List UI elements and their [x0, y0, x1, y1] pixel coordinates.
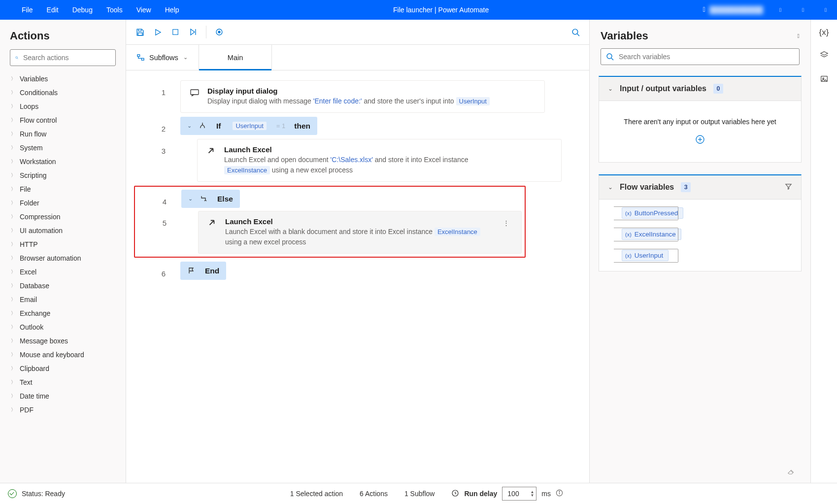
- variable-chip[interactable]: (x)UserInput: [622, 250, 669, 261]
- svg-point-20: [822, 78, 824, 79]
- action-category[interactable]: 〉Outlook: [7, 320, 124, 334]
- step-button[interactable]: [185, 24, 201, 40]
- action-category[interactable]: 〉Scripting: [7, 168, 124, 182]
- action-category[interactable]: 〉Variables: [7, 72, 124, 86]
- category-label: Database: [20, 282, 49, 290]
- branch-icon: [199, 121, 209, 131]
- flow-variable[interactable]: (x)ButtonPressed: [599, 202, 801, 224]
- search-icon: [606, 53, 614, 61]
- record-button[interactable]: [211, 24, 227, 40]
- line-number: 1: [137, 80, 180, 97]
- variables-search-input[interactable]: [618, 52, 794, 61]
- action-category[interactable]: 〉File: [7, 182, 124, 196]
- run-delay-input[interactable]: 100 ▲▼: [502, 487, 536, 501]
- actions-search-input[interactable]: [22, 53, 110, 62]
- action-category[interactable]: 〉Workstation: [7, 155, 124, 168]
- chevron-right-icon: 〉: [10, 282, 17, 289]
- block-if[interactable]: ⌄ If UserInput = 1 then: [180, 117, 317, 135]
- flow-variables-count: 3: [681, 182, 691, 192]
- action-category[interactable]: 〉Flow control: [7, 113, 124, 127]
- action-category[interactable]: 〉Database: [7, 279, 124, 293]
- maximize-button[interactable]: : [792, 0, 814, 20]
- variable-chip[interactable]: (x)ButtonPressed: [622, 207, 683, 219]
- menu-debug[interactable]: Debug: [72, 6, 93, 14]
- svg-point-0: [16, 57, 18, 59]
- user-icon[interactable]: : [703, 6, 705, 14]
- action-category[interactable]: 〉Exchange: [7, 306, 124, 320]
- variables-rail-icon[interactable]: {x}: [819, 28, 829, 37]
- action-category[interactable]: 〉Date time: [7, 389, 124, 403]
- action-category[interactable]: 〉Text: [7, 375, 124, 389]
- stepper-icon[interactable]: ▲▼: [530, 490, 534, 497]
- minimize-button[interactable]: : [769, 0, 792, 20]
- collapse-icon[interactable]: ⌄: [187, 123, 192, 129]
- action-launch-excel-blank[interactable]: Launch Excel Launch Excel with a blank d…: [198, 211, 522, 254]
- save-button[interactable]: [132, 24, 148, 40]
- variables-title: Variables: [601, 30, 798, 42]
- action-category[interactable]: 〉Folder: [7, 196, 124, 210]
- variables-search[interactable]: [601, 48, 800, 65]
- menu-edit[interactable]: Edit: [47, 6, 59, 14]
- stop-button[interactable]: [167, 24, 183, 40]
- images-rail-icon[interactable]: [820, 74, 829, 86]
- chevron-right-icon: 〉: [10, 186, 17, 193]
- category-label: Excel: [20, 268, 36, 276]
- action-category[interactable]: 〉Loops: [7, 100, 124, 113]
- action-category[interactable]: 〉Browser automation: [7, 251, 124, 265]
- menu-view[interactable]: View: [136, 6, 151, 14]
- close-button[interactable]: : [814, 0, 837, 20]
- chevron-right-icon: 〉: [10, 158, 17, 165]
- flow-variables-header[interactable]: ⌄ Flow variables 3: [599, 174, 802, 200]
- filter-icon[interactable]: [785, 183, 792, 192]
- window-buttons:   : [769, 0, 837, 20]
- window-title: File launcher | Power Automate: [179, 6, 703, 14]
- svg-rect-2: [138, 33, 142, 35]
- action-category[interactable]: 〉HTTP: [7, 237, 124, 251]
- category-label: Variables: [20, 75, 48, 83]
- actions-tree[interactable]: 〉Variables〉Conditionals〉Loops〉Flow contr…: [0, 72, 126, 483]
- chevron-right-icon: 〉: [10, 406, 17, 413]
- collapse-icon[interactable]: ⌄: [188, 196, 193, 202]
- menu-file[interactable]: File: [22, 6, 33, 14]
- block-end[interactable]: End: [180, 262, 226, 280]
- var-excelinstance: ExcelInstance: [435, 228, 480, 236]
- action-category[interactable]: 〉Clipboard: [7, 362, 124, 375]
- action-display-input-dialog[interactable]: Display input dialog Display input dialo…: [180, 80, 545, 113]
- action-category[interactable]: 〉Compression: [7, 210, 124, 224]
- flow-canvas[interactable]: 1 Display input dialog Display input dia…: [126, 70, 589, 483]
- chevron-right-icon: 〉: [10, 172, 17, 179]
- more-button[interactable]: ⋮: [500, 217, 512, 229]
- designer-toolbar: [126, 20, 589, 45]
- block-else[interactable]: ⌄ Else: [181, 190, 240, 208]
- search-flow-button[interactable]: [568, 24, 583, 40]
- variable-chip[interactable]: (x)ExcelInstance: [622, 229, 681, 240]
- actions-search[interactable]: [10, 49, 116, 66]
- menu-help[interactable]: Help: [165, 6, 179, 14]
- action-category[interactable]: 〉Conditionals: [7, 86, 124, 100]
- action-category[interactable]: 〉UI automation: [7, 224, 124, 237]
- run-button[interactable]: [150, 24, 166, 40]
- flow-variable[interactable]: (x)ExcelInstance: [599, 224, 801, 245]
- category-label: Loops: [20, 102, 38, 110]
- action-launch-excel-open[interactable]: Launch Excel Launch Excel and open docum…: [197, 139, 562, 182]
- erase-icon[interactable]: [787, 467, 796, 477]
- close-panel-button[interactable]: : [798, 33, 800, 40]
- action-category[interactable]: 〉Email: [7, 293, 124, 306]
- flow-variable[interactable]: (x)UserInput: [599, 245, 801, 266]
- action-category[interactable]: 〉PDF: [7, 403, 124, 417]
- layers-rail-icon[interactable]: [820, 50, 829, 62]
- menu-tools[interactable]: Tools: [106, 6, 123, 14]
- action-category[interactable]: 〉System: [7, 141, 124, 155]
- tab-main[interactable]: Main: [199, 45, 272, 70]
- subflows-dropdown[interactable]: Subflows ⌄: [126, 45, 199, 70]
- info-icon[interactable]: [556, 489, 563, 498]
- action-category[interactable]: 〉Excel: [7, 265, 124, 279]
- io-variables-header[interactable]: ⌄ Input / output variables 0: [599, 76, 802, 101]
- chevron-right-icon: 〉: [10, 103, 17, 110]
- add-io-variable-button[interactable]: [599, 134, 801, 162]
- action-category[interactable]: 〉Run flow: [7, 127, 124, 141]
- if-label: If: [216, 122, 221, 131]
- category-label: Mouse and keyboard: [20, 351, 84, 359]
- action-category[interactable]: 〉Mouse and keyboard: [7, 348, 124, 362]
- action-category[interactable]: 〉Message boxes: [7, 334, 124, 348]
